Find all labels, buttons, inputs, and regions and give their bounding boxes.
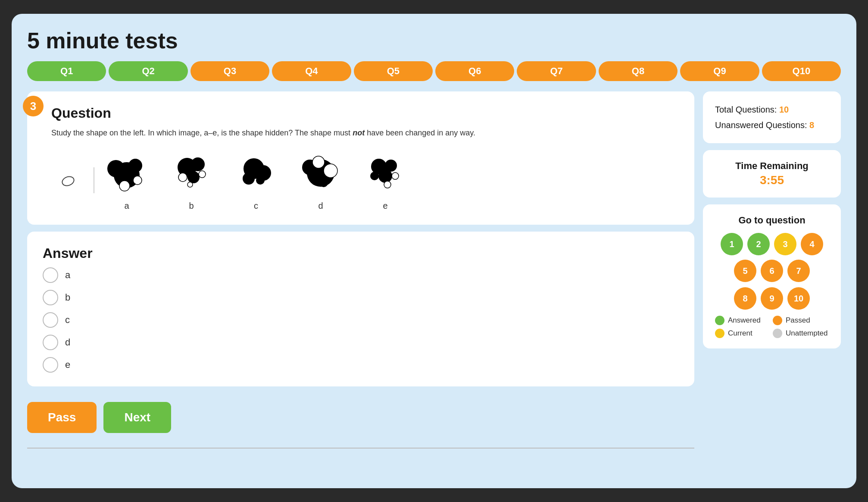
app-container: 5 minute tests Q1 Q2 Q3 Q4 Q5 Q6 Q7 Q8 Q…	[12, 14, 856, 488]
tab-q8[interactable]: Q8	[599, 61, 678, 81]
answer-option-c[interactable]: c	[43, 312, 679, 328]
goto-btn-2[interactable]: 2	[747, 233, 770, 255]
svg-point-11	[187, 182, 193, 187]
tab-q1[interactable]: Q1	[27, 61, 106, 81]
tab-q9[interactable]: Q9	[680, 61, 759, 81]
answer-option-e[interactable]: e	[43, 357, 679, 373]
answer-card: Answer a b c d	[27, 232, 694, 386]
option-c-label: c	[254, 201, 258, 211]
option-a-label: a	[124, 201, 129, 211]
svg-point-19	[324, 164, 337, 178]
svg-point-26	[384, 181, 391, 188]
svg-point-3	[128, 159, 142, 173]
answer-label-c: c	[65, 314, 70, 326]
pass-button[interactable]: Pass	[27, 402, 97, 433]
timer-value: 3:55	[715, 173, 829, 187]
app-title: 5 minute tests	[27, 28, 841, 53]
question-number-badge: 3	[23, 96, 44, 116]
left-panel: 3 Question Study the shape on the left. …	[27, 91, 694, 449]
main-layout: 3 Question Study the shape on the left. …	[27, 91, 841, 449]
shape-option-a[interactable]: a	[103, 149, 150, 211]
svg-point-5	[133, 176, 142, 185]
svg-point-23	[378, 169, 392, 183]
goto-title: Go to question	[715, 215, 829, 226]
answer-option-b[interactable]: b	[43, 290, 679, 305]
question-title: Question	[51, 105, 679, 121]
svg-point-25	[392, 173, 399, 179]
tab-q2[interactable]: Q2	[109, 61, 187, 81]
goto-btn-5[interactable]: 5	[734, 260, 756, 282]
bottom-divider	[27, 448, 694, 449]
tab-q5[interactable]: Q5	[354, 61, 433, 81]
goto-btn-10[interactable]: 10	[787, 287, 810, 310]
legend: Answered Passed Current Unattempted	[715, 316, 829, 338]
shape-option-e[interactable]: e	[362, 149, 409, 211]
svg-point-9	[178, 173, 187, 182]
answer-label-a: a	[65, 270, 70, 281]
legend-dot-orange	[773, 316, 782, 325]
svg-point-15	[256, 176, 265, 185]
legend-answered: Answered	[715, 316, 771, 325]
shape-option-d[interactable]: d	[297, 149, 344, 211]
radio-d[interactable]	[43, 335, 58, 350]
answer-option-a[interactable]: a	[43, 267, 679, 283]
question-card: Question Study the shape on the left. In…	[27, 91, 694, 225]
goto-btn-7[interactable]: 7	[787, 260, 810, 282]
svg-point-24	[370, 172, 379, 180]
svg-point-18	[312, 156, 325, 168]
goto-grid: 1 2 3 4 5 6 7	[715, 233, 829, 282]
goto-btn-8[interactable]: 8	[734, 287, 756, 310]
radio-c[interactable]	[43, 312, 58, 328]
answer-label-e: e	[65, 359, 70, 370]
next-button[interactable]: Next	[103, 402, 171, 433]
goto-btn-1[interactable]: 1	[721, 233, 743, 255]
tab-q7[interactable]: Q7	[517, 61, 596, 81]
shape-options: a	[103, 149, 409, 211]
tab-q10[interactable]: Q10	[762, 61, 841, 81]
answer-label-d: d	[65, 337, 70, 348]
right-panel: Total Questions: 10 Unanswered Questions…	[703, 91, 841, 449]
svg-point-14	[243, 173, 255, 185]
answer-option-d[interactable]: d	[43, 335, 679, 350]
shape-reference	[51, 167, 94, 193]
timer-label: Time Remaining	[715, 160, 829, 172]
answer-options: a b c d e	[43, 267, 679, 373]
legend-unattempted-label: Unattempted	[786, 329, 827, 338]
radio-a[interactable]	[43, 267, 58, 283]
legend-dot-green	[715, 316, 724, 325]
total-questions-value: 10	[779, 105, 789, 114]
svg-point-0	[61, 175, 75, 187]
svg-point-20	[319, 179, 328, 187]
unanswered-label: Unanswered Questions:	[715, 120, 809, 130]
legend-unattempted: Unattempted	[773, 329, 829, 338]
stats-card: Total Questions: 10 Unanswered Questions…	[703, 91, 841, 143]
goto-btn-9[interactable]: 9	[761, 287, 783, 310]
tab-q4[interactable]: Q4	[272, 61, 351, 81]
timer-card: Time Remaining 3:55	[703, 150, 841, 198]
stats-text: Total Questions: 10 Unanswered Questions…	[715, 102, 829, 133]
question-tabs: Q1 Q2 Q3 Q4 Q5 Q6 Q7 Q8 Q9 Q10	[27, 61, 841, 81]
total-questions-label: Total Questions:	[715, 105, 779, 114]
shape-option-b[interactable]: b	[168, 149, 215, 211]
svg-point-8	[187, 171, 200, 183]
unanswered-value: 8	[809, 120, 814, 130]
goto-btn-6[interactable]: 6	[761, 260, 783, 282]
goto-btn-4[interactable]: 4	[801, 233, 823, 255]
svg-point-10	[199, 171, 206, 178]
radio-e[interactable]	[43, 357, 58, 373]
shape-option-c[interactable]: c	[232, 149, 280, 211]
svg-point-2	[107, 160, 125, 177]
radio-b[interactable]	[43, 290, 58, 305]
tab-q3[interactable]: Q3	[190, 61, 269, 81]
option-b-label: b	[189, 201, 194, 211]
goto-card: Go to question 1 2 3 4 5 6 7 8 9 10	[703, 204, 841, 348]
goto-btn-3[interactable]: 3	[774, 233, 796, 255]
legend-passed: Passed	[773, 316, 829, 325]
legend-passed-label: Passed	[786, 316, 810, 325]
legend-answered-label: Answered	[728, 316, 761, 325]
tab-q6[interactable]: Q6	[435, 61, 514, 81]
bottom-buttons: Pass Next	[27, 402, 694, 433]
option-e-label: e	[383, 201, 387, 211]
legend-current-label: Current	[728, 329, 752, 338]
image-area: a	[51, 149, 679, 211]
